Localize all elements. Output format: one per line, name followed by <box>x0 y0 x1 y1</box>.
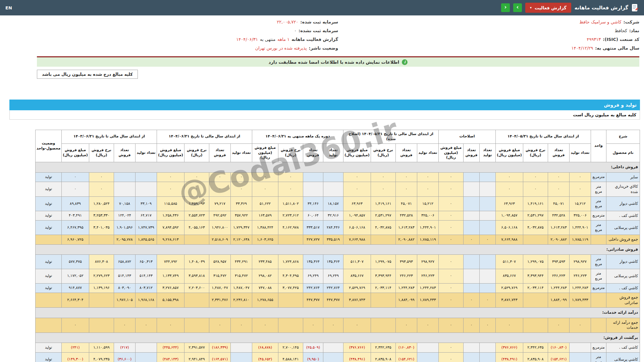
value-cell: ۰ <box>343 318 371 333</box>
section-subtitle-bar: کلیه مبالغ به میلیون ریال است <box>9 110 640 120</box>
value-cell <box>231 352 252 362</box>
value-cell <box>136 182 157 197</box>
value-cell: ۰ <box>303 318 323 333</box>
value-cell <box>464 211 480 221</box>
chevron-right-button[interactable]: › <box>513 3 522 12</box>
value-cell: ۰ <box>252 182 278 197</box>
unit-cell: متر مربع <box>591 182 606 197</box>
value-cell <box>480 283 496 293</box>
desc-header: شرح <box>606 130 640 144</box>
value-cell: ۲,۹۴۱,۸۴۹ <box>184 352 209 362</box>
value-cell: ۰ <box>548 182 570 197</box>
value-cell: ۶۹,۲۴۹ <box>303 269 323 283</box>
unit-cell: مترمربع <box>591 283 606 293</box>
value-cell: ۲,۰۳۳,۱۱۴ <box>371 283 396 293</box>
value-cell: ۳,۸۷۶,۷۴۳ <box>343 293 371 308</box>
value-cell: ۰ <box>417 172 439 182</box>
value-cell: ۶۴,۷۱۷ <box>136 211 157 221</box>
value-cell: ۰ <box>209 182 231 197</box>
value-cell: ۱,۴۵۹,۰۹۳ <box>184 197 209 211</box>
value-cell <box>89 318 114 333</box>
value-cell: ۱,۲۴۴,۲۸۳ <box>548 283 570 293</box>
value-cell: ۴۰۳,۴۹۱ <box>62 211 89 221</box>
value-cell: ۰ <box>136 318 157 333</box>
value-cell <box>303 182 323 197</box>
value-cell: ۰ <box>523 172 548 182</box>
info-row: گزارش فعالیت ماهانه۱ ماههمنتهی به۱۴۰۴/۰۶… <box>37 37 338 46</box>
value-cell: ۰ <box>439 318 464 333</box>
value-cell: ۲۸۴,۴۴۶ <box>323 221 343 235</box>
value-cell <box>278 293 303 308</box>
value-cell: ۰ <box>480 235 496 245</box>
value-cell: ۱,۱۷۲,۰۵۲ <box>62 269 89 283</box>
column-header: نرخ فروش (ریال) <box>523 143 548 162</box>
table-row: برگشت از فروش: <box>36 333 640 343</box>
chevron-left-button[interactable]: ‹ <box>501 3 510 12</box>
product-status-cell <box>36 293 62 308</box>
value-cell <box>480 352 496 362</box>
value-cell: ۳۹۳,۵۹۳ <box>396 255 417 269</box>
value-cell: ۳۵۷,۹۲۲ <box>231 211 252 221</box>
report-type-dropdown-label: گزارش فعالیت <box>535 5 567 10</box>
info-value-part: ۱۴۰۴/۰۶/۳۱ <box>236 37 258 42</box>
info-value: پذیرفته شده در بورس تهران <box>255 46 307 51</box>
value-cell <box>523 235 548 245</box>
product-name-cell: جمع فروش داخلی <box>606 235 640 245</box>
value-cell: ۳۲,۹۱۶ <box>323 211 343 221</box>
value-cell: ۰ <box>252 172 278 182</box>
column-header: تعداد تولید <box>570 143 591 162</box>
product-name-cell: کاشي پرسلانی <box>606 221 640 235</box>
value-cell: ۲,۳۳۱,۴۷۶ <box>209 293 231 308</box>
product-name-cell: کاشي پرسلانی <box>606 269 640 283</box>
value-cell: ۰ <box>480 293 496 308</box>
value-cell: (۲۱۷) <box>114 343 136 353</box>
product-status-cell: تولید <box>36 269 62 283</box>
value-cell: ۲,۱۲۰,۶۳۸ <box>231 235 252 245</box>
value-cell: ۰ <box>371 172 396 182</box>
report-type-dropdown[interactable]: گزارش فعالیت ▾ <box>525 3 571 13</box>
value-cell: ۱,۷۸۵,۱۱۹ <box>570 235 591 245</box>
column-header: تعداد فروش <box>303 143 323 162</box>
value-cell: ۰ <box>439 172 464 182</box>
group-header: از ابتدای سال مالی تا تاریخ ۱۴۰۴/۰۵/۳۱ (… <box>343 130 439 144</box>
value-cell: ۳,۴۰۱,۰۳۵ <box>89 221 114 235</box>
value-cell: ۲,۲۰۳,۶۰۰ <box>184 283 209 293</box>
company-link[interactable]: کاشي و سرامیک حافظ <box>579 19 621 24</box>
value-cell: (۱۸۶,۳۳۹) <box>209 343 231 353</box>
column-header: مبلغ فروش (میلیون ریال) <box>496 143 523 162</box>
value-cell: ۳۳۳,۵۱۷ <box>303 221 323 235</box>
value-cell: ۷,۶۶۴,۹۸۸ <box>496 235 523 245</box>
value-cell: ۰ <box>114 318 136 333</box>
value-cell: ۰ <box>323 318 343 333</box>
value-cell: (۳۷۶,۷۶۶) <box>343 343 371 353</box>
value-cell <box>136 172 157 182</box>
value-cell: ۰ <box>417 182 439 197</box>
column-header: تعداد تولید <box>480 143 496 162</box>
value-cell: ۳۱۵,۴۷۲ <box>209 269 231 283</box>
value-cell: ۲۴۶,۲۲۳ <box>548 269 570 283</box>
column-header: تعداد تولید <box>231 143 252 162</box>
value-cell: ۱,۴۸۷,۰۴۷ <box>231 283 252 293</box>
unit-cell: متر مربع <box>591 352 606 362</box>
value-cell: ۴۵,۰۷۱ <box>548 197 570 211</box>
column-header: تعداد فروش <box>396 143 417 162</box>
language-toggle[interactable]: EN <box>5 5 12 10</box>
info-icon: i <box>402 59 408 65</box>
value-cell: ۲,۰۹۰,۸۸۲ <box>548 235 570 245</box>
value-cell <box>371 318 396 333</box>
value-cell: ۱۵,۲۱۲ <box>570 197 591 211</box>
value-cell: ۰ <box>439 255 464 269</box>
value-cell: ۱۳۵,۳۶۴ <box>303 255 323 269</box>
value-cell <box>114 172 136 182</box>
info-label: سرمایه ثبت شده: <box>300 19 338 24</box>
value-cell: ۰ <box>396 182 417 197</box>
info-value: ۰ <box>294 28 297 33</box>
value-cell: ۴۴۷,۳۷۷ <box>323 293 343 308</box>
value-cell: ۰ <box>439 182 464 197</box>
value-cell: ۱,۲۹۹,۰۷۵ <box>371 255 396 269</box>
unit-cell: متر مربع <box>591 255 606 269</box>
value-cell: ۰ <box>439 269 464 283</box>
value-cell: ۱۳۵,۳۶۴ <box>323 255 343 269</box>
table-row: فروش داخلی: <box>36 162 640 173</box>
value-cell: ۱۵,۲۱۲ <box>417 197 439 211</box>
